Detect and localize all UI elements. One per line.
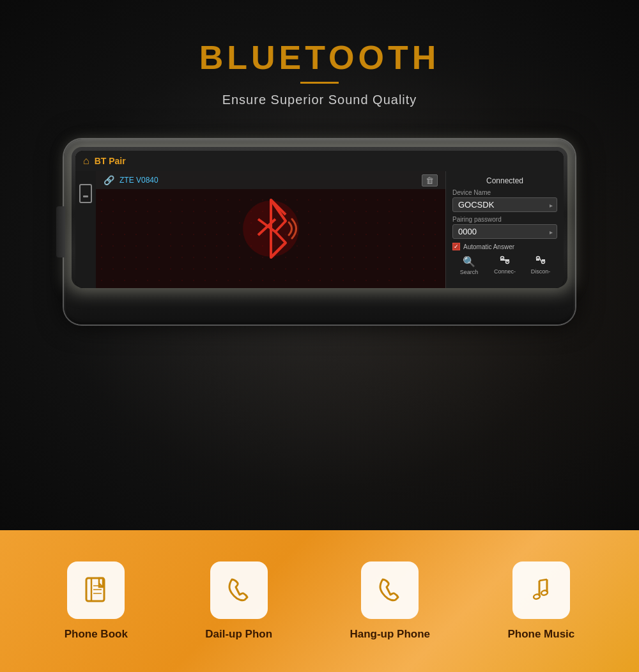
bluetooth-icon	[242, 194, 300, 264]
feature-dial-up[interactable]: Dail-up Phon	[205, 561, 272, 641]
feature-hang-up[interactable]: Hang-up Phone	[350, 561, 430, 641]
stereo-left-tab	[56, 206, 65, 257]
screen: ⌂ BT Pair 🔗 ZTE V0840 �	[75, 151, 564, 288]
disconnect-button[interactable]: Discon-	[524, 256, 557, 275]
bt-device-bar: 🔗 ZTE V0840 🗑	[96, 171, 445, 189]
bt-device-name: ZTE V0840	[119, 176, 158, 185]
bezel-bottom	[75, 288, 564, 310]
top-section: BLUETOOTH Ensure Superior Sound Quality …	[0, 0, 639, 530]
search-label: Search	[460, 269, 479, 275]
auto-answer-checkbox[interactable]	[452, 243, 460, 250]
dial-up-icon-box	[210, 561, 268, 619]
dial-up-icon	[223, 574, 255, 606]
disconnect-label: Discon-	[531, 268, 551, 275]
device-name-value[interactable]: GOCSDK	[452, 197, 557, 212]
svg-point-29	[541, 590, 548, 595]
device-name-label: Device Name	[452, 189, 557, 196]
disconnect-icon	[535, 256, 546, 267]
hang-up-icon	[374, 574, 406, 606]
phone-book-icon-box	[67, 561, 125, 619]
main-title: BLUETOOTH	[199, 38, 440, 77]
phone-sidebar-icon	[79, 184, 92, 203]
right-panel: Connected Device Name GOCSDK Pairing pas…	[445, 171, 564, 288]
feature-phone-book[interactable]: Phone Book	[65, 561, 128, 641]
connect-icon	[499, 256, 511, 267]
pairing-password-value[interactable]: 0000	[452, 224, 557, 239]
phone-book-icon	[80, 574, 112, 606]
trash-icon[interactable]: 🗑	[422, 174, 438, 187]
svg-point-28	[533, 593, 540, 599]
bt-link-icon: 🔗	[104, 175, 114, 185]
connect-label: Connec-	[494, 268, 516, 275]
phone-music-icon-box	[512, 561, 570, 619]
search-button[interactable]: 🔍 Search	[452, 256, 486, 275]
subtitle: Ensure Superior Sound Quality	[199, 93, 440, 107]
main-display: 🔗 ZTE V0840 🗑	[96, 171, 445, 288]
left-sidebar	[75, 171, 96, 288]
stereo-container: ⌂ BT Pair 🔗 ZTE V0840 �	[64, 139, 575, 325]
title-area: BLUETOOTH Ensure Superior Sound Quality	[199, 38, 440, 107]
bottom-section: Phone Book Dail-up Phon Hang-up Phone	[0, 530, 639, 672]
connected-status: Connected	[452, 176, 557, 185]
bluetooth-symbol-container	[242, 194, 300, 266]
screen-topbar-title: BT Pair	[95, 156, 126, 166]
screen-topbar: ⌂ BT Pair	[75, 151, 564, 171]
auto-answer-row[interactable]: Automatic Answer	[452, 243, 557, 250]
screen-content: 🔗 ZTE V0840 🗑	[75, 171, 564, 288]
connect-button[interactable]: Connec-	[488, 256, 521, 275]
svg-line-13	[540, 259, 541, 261]
action-buttons: 🔍 Search	[452, 256, 557, 275]
hang-up-icon-box	[361, 561, 419, 619]
hang-up-label: Hang-up Phone	[350, 628, 430, 641]
phone-music-label: Phone Music	[507, 628, 574, 641]
auto-answer-label: Automatic Answer	[463, 243, 514, 250]
home-icon: ⌂	[83, 155, 89, 167]
phone-book-label: Phone Book	[65, 628, 128, 641]
search-icon: 🔍	[463, 256, 475, 268]
title-underline	[300, 82, 339, 84]
svg-line-27	[539, 579, 547, 581]
stereo-bezel: ⌂ BT Pair 🔗 ZTE V0840 �	[64, 139, 575, 325]
dial-up-label: Dail-up Phon	[205, 628, 272, 641]
music-icon	[525, 574, 557, 606]
feature-phone-music[interactable]: Phone Music	[507, 561, 574, 641]
pairing-password-label: Pairing password	[452, 216, 557, 223]
